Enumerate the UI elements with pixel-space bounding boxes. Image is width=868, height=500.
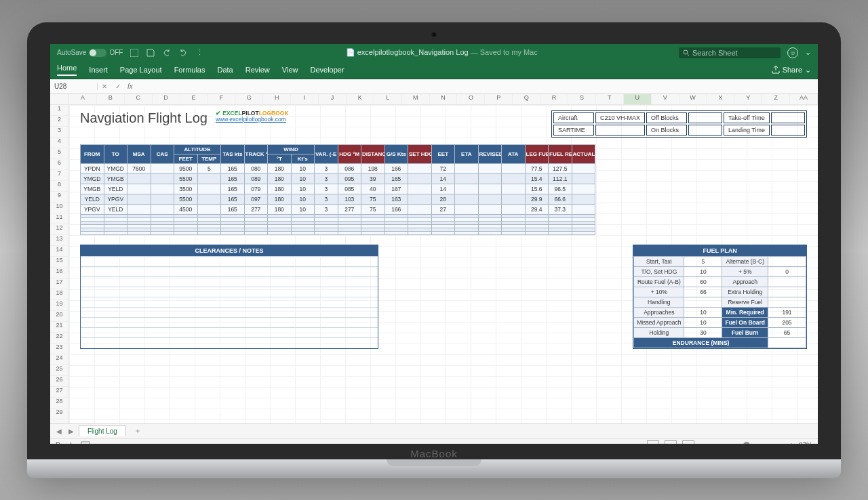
log-cell[interactable]	[572, 163, 595, 173]
log-cell[interactable]: 29.4	[525, 204, 549, 214]
col-header[interactable]: X	[707, 94, 734, 104]
log-cell[interactable]	[478, 231, 502, 234]
row-header[interactable]: 14	[50, 246, 68, 257]
log-cell[interactable]: 3500	[174, 184, 198, 194]
log-cell[interactable]	[455, 173, 479, 184]
log-cell[interactable]: 112.1	[549, 173, 572, 184]
log-cell[interactable]: 15.6	[525, 184, 549, 194]
log-cell[interactable]	[268, 231, 292, 234]
log-cell[interactable]	[408, 173, 432, 184]
worksheet[interactable]: 1234567891011121314151617181920212223242…	[50, 105, 818, 423]
normal-view-icon[interactable]	[647, 440, 659, 444]
log-cell[interactable]: 37.3	[549, 204, 572, 214]
col-header[interactable]: D	[153, 94, 180, 104]
log-cell[interactable]: 103	[338, 194, 361, 204]
tab-page-layout[interactable]: Page Layout	[120, 66, 162, 74]
col-header[interactable]: S	[568, 94, 596, 104]
row-header[interactable]: 16	[50, 268, 68, 278]
log-cell[interactable]	[572, 231, 595, 234]
log-cell[interactable]	[502, 173, 526, 184]
row-header[interactable]: 6	[50, 159, 68, 170]
log-cell[interactable]: 4500	[174, 204, 198, 214]
log-cell[interactable]: 165	[221, 204, 245, 214]
log-cell[interactable]: 66.6	[549, 194, 572, 204]
log-cell[interactable]	[572, 194, 595, 204]
row-header[interactable]: 11	[50, 213, 68, 224]
row-header[interactable]: 24	[50, 354, 68, 365]
log-cell[interactable]	[408, 194, 432, 204]
log-cell[interactable]: 10	[291, 173, 315, 184]
log-cell[interactable]: 39	[361, 173, 385, 184]
log-cell[interactable]: 180	[268, 194, 292, 204]
log-cell[interactable]	[502, 204, 526, 214]
col-header[interactable]: V	[652, 94, 679, 104]
log-cell[interactable]	[549, 231, 572, 234]
col-header[interactable]: P	[485, 94, 513, 104]
fx-label[interactable]: fx	[125, 83, 136, 90]
log-cell[interactable]: 277	[244, 204, 268, 214]
log-cell[interactable]: YPGV	[104, 194, 127, 204]
chevron-down-icon[interactable]: ⌄	[805, 48, 811, 57]
log-cell[interactable]: 165	[221, 173, 245, 184]
row-header[interactable]: 18	[50, 289, 68, 300]
log-cell[interactable]	[127, 231, 151, 234]
log-cell[interactable]	[221, 231, 245, 234]
col-header[interactable]: N	[430, 94, 458, 104]
log-cell[interactable]	[81, 231, 104, 234]
log-cell[interactable]	[572, 184, 595, 194]
log-cell[interactable]: 3	[315, 194, 338, 204]
tab-nav-next-icon[interactable]: ▶	[66, 428, 76, 435]
log-cell[interactable]	[572, 204, 595, 214]
autosave-toggle[interactable]: AutoSave OFF	[57, 49, 123, 57]
row-header[interactable]: 28	[50, 398, 68, 409]
col-header[interactable]: M	[402, 94, 430, 104]
log-cell[interactable]	[408, 184, 432, 194]
log-cell[interactable]: YPDN	[81, 163, 104, 173]
dots-icon[interactable]: ⋮	[195, 48, 204, 58]
col-header[interactable]: G	[235, 94, 263, 104]
share-button[interactable]: Share ⌄	[772, 66, 811, 75]
log-cell[interactable]	[151, 173, 174, 184]
grid[interactable]: Navgiation Flight Log ✔ EXCELPILOTLOGBOO…	[69, 105, 818, 423]
log-cell[interactable]	[478, 163, 502, 173]
log-cell[interactable]: 10	[291, 204, 315, 214]
log-cell[interactable]	[384, 231, 408, 234]
col-header[interactable]: W	[679, 94, 707, 104]
log-cell[interactable]: 10	[291, 184, 315, 194]
save-icon[interactable]	[146, 48, 155, 58]
log-cell[interactable]	[502, 194, 526, 204]
col-header[interactable]: O	[457, 94, 485, 104]
page-layout-view-icon[interactable]	[665, 440, 677, 444]
log-cell[interactable]: 097	[244, 194, 268, 204]
log-cell[interactable]: 3	[315, 204, 338, 214]
log-cell[interactable]	[455, 231, 479, 234]
col-header[interactable]: E	[180, 94, 208, 104]
log-cell[interactable]: 28	[431, 194, 455, 204]
col-header[interactable]: L	[374, 94, 402, 104]
log-cell[interactable]: 40	[361, 184, 385, 194]
col-header[interactable]: AA	[790, 94, 818, 104]
tab-nav-prev-icon[interactable]: ◀	[54, 428, 64, 435]
log-cell[interactable]: 165	[384, 173, 408, 184]
log-cell[interactable]: YMGB	[81, 184, 104, 194]
row-header[interactable]: 13	[50, 235, 68, 246]
log-cell[interactable]: 5500	[174, 173, 198, 184]
log-cell[interactable]	[127, 184, 151, 194]
log-cell[interactable]: 095	[338, 173, 361, 184]
logo-link[interactable]: www.excelpilotlogbook.com	[216, 116, 286, 123]
row-header[interactable]: 19	[50, 300, 68, 311]
log-cell[interactable]	[572, 173, 595, 184]
log-cell[interactable]: 180	[268, 173, 292, 184]
log-cell[interactable]: 180	[268, 204, 292, 214]
log-cell[interactable]	[455, 163, 479, 173]
row-header[interactable]: 7	[50, 170, 68, 181]
log-cell[interactable]	[455, 184, 479, 194]
log-cell[interactable]	[127, 194, 151, 204]
log-cell[interactable]: 167	[384, 184, 408, 194]
log-cell[interactable]	[455, 204, 479, 214]
row-header[interactable]: 27	[50, 387, 68, 398]
log-cell[interactable]: 15.4	[525, 173, 549, 184]
zoom-out-icon[interactable]: −	[700, 442, 704, 444]
col-header[interactable]: J	[319, 94, 347, 104]
tab-view[interactable]: View	[282, 66, 298, 74]
